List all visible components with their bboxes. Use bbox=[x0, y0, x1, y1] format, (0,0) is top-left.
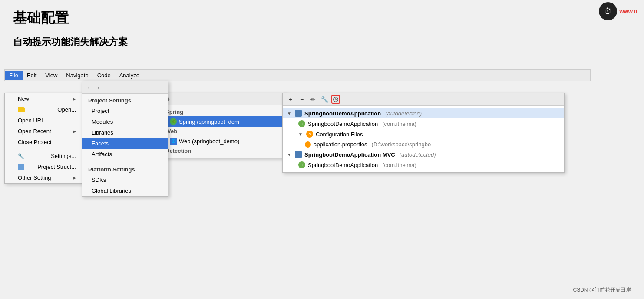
submenu-artifacts-label: Artifacts bbox=[92, 151, 112, 158]
run-edit-btn[interactable]: ✏ bbox=[309, 95, 317, 104]
logo-text: www.it bbox=[620, 8, 637, 15]
run-item-4-extra: (D:\workspace\springbo bbox=[372, 141, 431, 148]
submenu-libraries-label: Libraries bbox=[92, 129, 113, 136]
menubar-view[interactable]: View bbox=[41, 71, 62, 80]
springboot-icon-2 bbox=[295, 151, 302, 158]
menu-item-open-recent-label: Open Recent bbox=[18, 128, 51, 135]
spring-panel: + − Spring 🌿 Spring (springboot_dem Web … bbox=[161, 93, 287, 158]
run-refresh-btn[interactable] bbox=[331, 95, 340, 104]
run-add-btn[interactable]: + bbox=[286, 95, 295, 104]
menubar-code[interactable]: Code bbox=[93, 71, 115, 80]
run-item-5-italic: (autodetected) bbox=[400, 151, 436, 158]
run-item-4[interactable]: application.properties (D:\workspace\spr… bbox=[283, 139, 564, 149]
submenu-nav: ← → bbox=[82, 81, 168, 94]
logo-area: ⏱ www.it bbox=[599, 2, 637, 20]
page-background: ⏱ www.it 基础配置 自动提示功能消失解决方案 File Edit Vie… bbox=[0, 0, 644, 299]
menu-item-open[interactable]: Open... bbox=[5, 104, 82, 115]
run-item-1-label: SpringbootDemoApplication bbox=[304, 110, 381, 117]
menu-item-project-struct[interactable]: Project Struct... bbox=[5, 161, 82, 172]
web-icon: 🌐 bbox=[170, 138, 177, 145]
file-menu: New Open... Open URL... Open Recent Clos… bbox=[4, 93, 83, 184]
menu-item-other-setting[interactable]: Other Setting bbox=[5, 172, 82, 183]
run-item-3-label: Configuration Files bbox=[316, 131, 363, 138]
run-tree: ▼ SpringbootDemoApplication (autodetecte… bbox=[283, 106, 564, 172]
menu-item-settings-label: Settings... bbox=[51, 153, 76, 159]
run-item-6[interactable]: C SpringbootDemoApplication (com.itheima… bbox=[283, 160, 564, 170]
run-item-2[interactable]: C SpringbootDemoApplication (com.itheima… bbox=[283, 118, 564, 129]
menubar-navigate[interactable]: Navigate bbox=[62, 71, 92, 80]
web-section-label: Web bbox=[161, 127, 286, 136]
menubar-analyze[interactable]: Analyze bbox=[115, 71, 144, 80]
run-item-2-label: SpringbootDemoApplication bbox=[308, 121, 378, 127]
spring-tree-item-web[interactable]: 🌐 Web (springboot_demo) bbox=[161, 136, 286, 146]
menubar-file[interactable]: File bbox=[5, 71, 23, 80]
logo-circle: ⏱ bbox=[599, 2, 617, 20]
menubar-edit[interactable]: Edit bbox=[23, 71, 41, 80]
run-remove-btn[interactable]: − bbox=[297, 95, 306, 104]
run-wrench-btn[interactable]: 🔧 bbox=[320, 95, 329, 104]
run-item-5[interactable]: ▼ SpringbootDemoApplication MVC (autodet… bbox=[283, 149, 564, 160]
remove-btn[interactable]: − bbox=[175, 95, 183, 103]
run-item-6-extra: (com.itheima) bbox=[382, 162, 416, 168]
run-item-1-italic: (autodetected) bbox=[385, 110, 422, 117]
spring-tree-item-spring[interactable]: 🌿 Spring (springboot_dem bbox=[161, 116, 286, 127]
spring-app-icon: C bbox=[298, 120, 305, 127]
spring-toolbar: + − bbox=[161, 93, 286, 105]
nav-forward-icon[interactable]: → bbox=[93, 83, 101, 91]
platform-settings-header: Platform Settings bbox=[82, 163, 168, 174]
submenu-libraries[interactable]: Libraries bbox=[82, 127, 168, 138]
submenu-project-label: Project bbox=[92, 108, 109, 114]
run-item-6-label: SpringbootDemoApplication bbox=[308, 162, 378, 168]
detection-section-label: Detection bbox=[161, 146, 286, 155]
menu-item-project-struct-label: Project Struct... bbox=[37, 164, 76, 170]
submenu-project[interactable]: Project bbox=[82, 105, 168, 116]
menu-item-open-recent[interactable]: Open Recent bbox=[5, 126, 82, 137]
menu-item-close-project-label: Close Project bbox=[18, 139, 51, 145]
run-item-1[interactable]: ▼ SpringbootDemoApplication (autodetecte… bbox=[283, 108, 564, 118]
main-title: 基础配置 bbox=[13, 9, 631, 28]
menu-separator-1 bbox=[5, 149, 82, 149]
submenu-facets[interactable]: Facets bbox=[82, 138, 168, 149]
spring-app-icon-2: C bbox=[298, 161, 305, 168]
run-item-5-label: SpringbootDemoApplication MVC bbox=[304, 151, 395, 158]
chevron-down-icon-2: ▼ bbox=[298, 132, 304, 137]
menubar: File Edit View Navigate Code Analyze bbox=[4, 69, 591, 81]
submenu-global-libraries-label: Global Libraries bbox=[92, 187, 131, 194]
chevron-down-icon-3: ▼ bbox=[287, 152, 292, 157]
submenu-sdks[interactable]: SDKs bbox=[82, 174, 168, 185]
prop-icon bbox=[305, 141, 311, 148]
submenu-artifacts[interactable]: Artifacts bbox=[82, 149, 168, 160]
sub-title: 自动提示功能消失解决方案 bbox=[13, 36, 631, 49]
submenu-facets-label: Facets bbox=[92, 140, 109, 147]
menu-item-open-url[interactable]: Open URL... bbox=[5, 115, 82, 126]
submenu-sdks-label: SDKs bbox=[92, 177, 106, 183]
springboot-icon bbox=[295, 110, 302, 117]
spring-item-label: Spring (springboot_dem bbox=[179, 118, 239, 125]
menu-item-new-label: New bbox=[18, 95, 29, 102]
submenu-global-libraries[interactable]: Global Libraries bbox=[82, 185, 168, 196]
menu-item-other-setting-label: Other Setting bbox=[18, 174, 51, 181]
submenu-modules[interactable]: Modules bbox=[82, 116, 168, 127]
run-item-2-extra: (com.itheima) bbox=[382, 121, 416, 127]
logo-icon: ⏱ bbox=[604, 7, 612, 16]
wrench-icon: 🔧 bbox=[18, 153, 24, 159]
menu-item-settings[interactable]: 🔧 Settings... bbox=[5, 151, 82, 161]
menu-item-close-project[interactable]: Close Project bbox=[5, 137, 82, 148]
menu-item-open-label: Open... bbox=[57, 106, 76, 113]
spring-section-label: Spring bbox=[161, 107, 286, 116]
run-item-3[interactable]: ▼ ⚙ Configuration Files bbox=[283, 129, 564, 139]
spring-tree: Spring 🌿 Spring (springboot_dem Web 🌐 We… bbox=[161, 105, 286, 158]
project-settings-header: Project Settings bbox=[82, 94, 168, 105]
run-toolbar: + − ✏ 🔧 bbox=[283, 93, 564, 106]
menu-item-new[interactable]: New bbox=[5, 93, 82, 104]
chevron-down-icon: ▼ bbox=[287, 111, 292, 116]
web-item-label: Web (springboot_demo) bbox=[179, 138, 239, 145]
nav-back-icon[interactable]: ← bbox=[86, 83, 93, 91]
run-item-4-label: application.properties bbox=[314, 141, 367, 148]
submenu: ← → Project Settings Project Modules Lib… bbox=[82, 81, 168, 197]
struct-icon bbox=[18, 164, 24, 170]
folder-icon bbox=[18, 107, 25, 112]
config-icon: ⚙ bbox=[306, 131, 313, 138]
footer-text: CSDN @门前花开满田岸 bbox=[573, 286, 631, 294]
submenu-separator bbox=[82, 161, 168, 161]
